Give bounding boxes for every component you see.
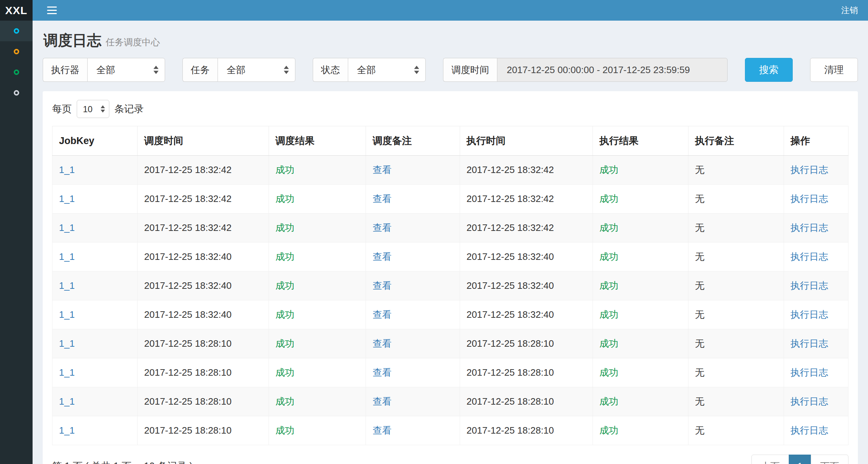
- cell-trigger-result: 成功: [269, 271, 366, 300]
- trigger-msg-link[interactable]: 查看: [372, 280, 391, 291]
- exec-log-link[interactable]: 执行日志: [791, 309, 828, 320]
- job-select[interactable]: 全部: [218, 58, 295, 82]
- cell-handle-msg: 无: [688, 214, 784, 242]
- page-size-select[interactable]: 10: [77, 100, 109, 118]
- cell-handle-msg: 无: [688, 300, 784, 329]
- jobkey-link[interactable]: 1_1: [59, 309, 75, 320]
- filter-bar: 执行器 全部 任务 全部 状态 全部: [43, 58, 858, 82]
- app-logo[interactable]: XXL: [0, 0, 33, 21]
- current-page-button[interactable]: 1: [789, 455, 811, 464]
- cell-handle-msg: 无: [688, 271, 784, 300]
- page-title: 调度日志任务调度中心: [43, 30, 857, 50]
- exec-log-link[interactable]: 执行日志: [791, 193, 828, 204]
- cell-handle-msg: 无: [688, 156, 784, 185]
- jobkey-link[interactable]: 1_1: [59, 338, 75, 349]
- exec-log-link[interactable]: 执行日志: [791, 425, 828, 436]
- prev-page-button[interactable]: 上页: [751, 455, 789, 464]
- col-action: 操作: [784, 126, 848, 156]
- cell-handle-msg: 无: [688, 242, 784, 271]
- sidebar-item-4[interactable]: [0, 83, 33, 103]
- table-row: 1_1 2017-12-25 18:28:10 成功 查看 2017-12-25…: [52, 387, 848, 416]
- table-row: 1_1 2017-12-25 18:28:10 成功 查看 2017-12-25…: [52, 358, 848, 387]
- jobkey-link[interactable]: 1_1: [59, 396, 75, 407]
- jobkey-link[interactable]: 1_1: [59, 367, 75, 378]
- cell-trigger-time: 2017-12-25 18:32:40: [138, 271, 269, 300]
- cell-handle-msg: 无: [688, 387, 784, 416]
- sidebar-item-2[interactable]: [0, 41, 33, 62]
- jobkey-link[interactable]: 1_1: [59, 425, 75, 436]
- circle-outline-icon: [14, 69, 19, 75]
- cell-trigger-time: 2017-12-25 18:28:10: [138, 387, 269, 416]
- cell-handle-result: 成功: [593, 242, 688, 271]
- cell-action: 执行日志: [784, 329, 848, 358]
- cell-trigger-result: 成功: [269, 300, 366, 329]
- cell-action: 执行日志: [784, 185, 848, 214]
- trigger-msg-link[interactable]: 查看: [372, 309, 391, 320]
- cell-trigger-msg: 查看: [366, 329, 460, 358]
- trigger-result-text: 成功: [275, 222, 294, 233]
- trigger-result-text: 成功: [275, 193, 294, 204]
- cell-trigger-msg: 查看: [366, 185, 460, 214]
- cell-action: 执行日志: [784, 358, 848, 387]
- jobkey-link[interactable]: 1_1: [59, 280, 75, 291]
- table-row: 1_1 2017-12-25 18:32:40 成功 查看 2017-12-25…: [52, 300, 848, 329]
- trigger-time-range-input[interactable]: [497, 58, 728, 82]
- clear-button[interactable]: 清理: [810, 58, 858, 82]
- trigger-msg-link[interactable]: 查看: [372, 222, 391, 233]
- log-table-body: 1_1 2017-12-25 18:32:42 成功 查看 2017-12-25…: [52, 156, 848, 445]
- sidebar-toggle-icon[interactable]: [47, 7, 57, 14]
- sidebar-item-1[interactable]: [0, 21, 33, 41]
- trigger-msg-link[interactable]: 查看: [372, 251, 391, 262]
- status-select[interactable]: 全部: [348, 58, 426, 82]
- cell-trigger-msg: 查看: [366, 416, 460, 445]
- trigger-msg-link[interactable]: 查看: [372, 396, 391, 407]
- next-page-button[interactable]: 下页: [811, 455, 848, 464]
- exec-log-link[interactable]: 执行日志: [791, 338, 828, 349]
- exec-log-link[interactable]: 执行日志: [791, 367, 828, 378]
- executor-filter-group: 执行器 全部: [43, 58, 165, 82]
- cell-handle-time: 2017-12-25 18:32:42: [460, 185, 593, 214]
- cell-jobkey: 1_1: [52, 185, 138, 214]
- cell-action: 执行日志: [784, 416, 848, 445]
- log-table-box: 每页 10 条记录 JobKey 调度时间 调度结果 调度备注 执行时间 执行结…: [43, 91, 858, 464]
- cell-handle-time: 2017-12-25 18:28:10: [460, 387, 593, 416]
- sidebar-item-3[interactable]: [0, 62, 33, 83]
- jobkey-link[interactable]: 1_1: [59, 164, 75, 175]
- trigger-result-text: 成功: [275, 280, 294, 291]
- trigger-msg-link[interactable]: 查看: [372, 425, 391, 436]
- status-filter-group: 状态 全部: [313, 58, 426, 82]
- col-trigger-time: 调度时间: [138, 126, 269, 156]
- handle-result-text: 成功: [599, 193, 618, 204]
- jobkey-link[interactable]: 1_1: [59, 222, 75, 233]
- executor-select[interactable]: 全部: [87, 58, 165, 82]
- cell-trigger-msg: 查看: [366, 242, 460, 271]
- cell-handle-time: 2017-12-25 18:32:40: [460, 300, 593, 329]
- col-trigger-result: 调度结果: [269, 126, 366, 156]
- cell-handle-time: 2017-12-25 18:32:40: [460, 242, 593, 271]
- exec-log-link[interactable]: 执行日志: [791, 164, 828, 175]
- exec-log-link[interactable]: 执行日志: [791, 222, 828, 233]
- logout-link[interactable]: 注销: [841, 5, 858, 16]
- table-row: 1_1 2017-12-25 18:32:42 成功 查看 2017-12-25…: [52, 156, 848, 185]
- trigger-msg-link[interactable]: 查看: [372, 164, 391, 175]
- jobkey-link[interactable]: 1_1: [59, 193, 75, 204]
- trigger-msg-link[interactable]: 查看: [372, 367, 391, 378]
- trigger-msg-link[interactable]: 查看: [372, 193, 391, 204]
- jobkey-link[interactable]: 1_1: [59, 251, 75, 262]
- trigger-msg-link[interactable]: 查看: [372, 338, 391, 349]
- exec-log-link[interactable]: 执行日志: [791, 396, 828, 407]
- search-button[interactable]: 搜索: [745, 58, 793, 82]
- cell-jobkey: 1_1: [52, 300, 138, 329]
- table-row: 1_1 2017-12-25 18:32:40 成功 查看 2017-12-25…: [52, 242, 848, 271]
- cell-action: 执行日志: [784, 300, 848, 329]
- exec-log-link[interactable]: 执行日志: [791, 280, 828, 291]
- trigger-result-text: 成功: [275, 367, 294, 378]
- cell-jobkey: 1_1: [52, 358, 138, 387]
- cell-trigger-result: 成功: [269, 214, 366, 242]
- table-row: 1_1 2017-12-25 18:28:10 成功 查看 2017-12-25…: [52, 416, 848, 445]
- log-table: JobKey 调度时间 调度结果 调度备注 执行时间 执行结果 执行备注 操作 …: [52, 126, 848, 445]
- cell-trigger-time: 2017-12-25 18:32:40: [138, 242, 269, 271]
- cell-handle-time: 2017-12-25 18:28:10: [460, 358, 593, 387]
- cell-handle-result: 成功: [593, 185, 688, 214]
- exec-log-link[interactable]: 执行日志: [791, 251, 828, 262]
